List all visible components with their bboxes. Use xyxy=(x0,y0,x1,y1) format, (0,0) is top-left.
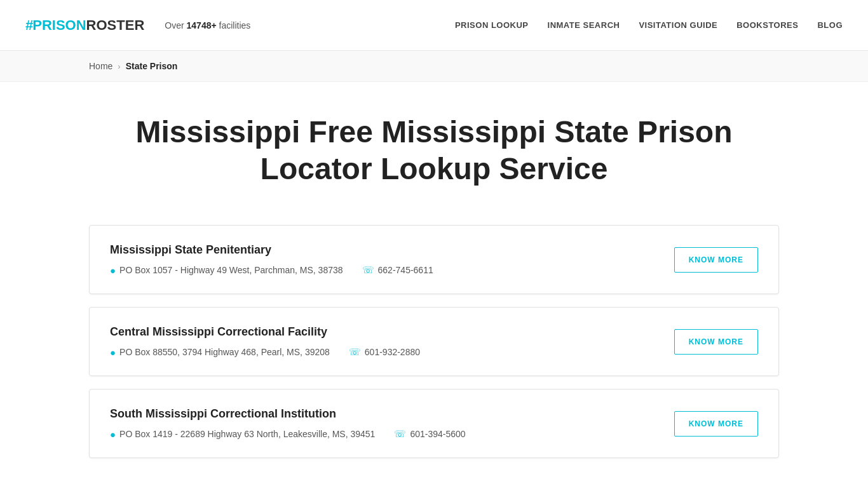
breadcrumb-current: State Prison xyxy=(126,61,178,71)
facilities-count: Over 14748+ facilities xyxy=(165,20,250,30)
facility-phone: ☏ 601-932-2880 xyxy=(349,346,420,358)
main-nav: PRISON LOOKUP INMATE SEARCH VISITATION G… xyxy=(455,20,843,30)
nav-inmate-search[interactable]: INMATE SEARCH xyxy=(548,20,620,30)
facility-address: ● PO Box 1057 - Highway 49 West, Parchma… xyxy=(110,265,343,276)
nav-visitation-guide[interactable]: VISITATION GUIDE xyxy=(639,20,717,30)
breadcrumb: Home › State Prison xyxy=(0,51,868,82)
facility-card: Central Mississippi Correctional Facilit… xyxy=(89,307,779,376)
facility-name: Central Mississippi Correctional Facilit… xyxy=(110,325,655,339)
nav-prison-lookup[interactable]: PRISON LOOKUP xyxy=(455,20,529,30)
phone-icon: ☏ xyxy=(394,428,406,440)
site-logo[interactable]: #PRISONROSTER xyxy=(25,17,144,34)
logo-roster: ROSTER xyxy=(86,17,145,34)
know-more-button[interactable]: KNOW MORE xyxy=(674,411,758,437)
facility-address: ● PO Box 88550, 3794 Highway 468, Pearl,… xyxy=(110,347,330,358)
facility-address: ● PO Box 1419 - 22689 Highway 63 North, … xyxy=(110,429,375,440)
facility-card: South Mississippi Correctional Instituti… xyxy=(89,389,779,458)
location-icon: ● xyxy=(110,347,116,358)
location-icon: ● xyxy=(110,265,116,276)
location-icon: ● xyxy=(110,429,116,440)
facility-info: Mississippi State Penitentiary ● PO Box … xyxy=(110,243,655,276)
main-content: Mississippi Free Mississippi State Priso… xyxy=(0,82,868,488)
facility-details: ● PO Box 88550, 3794 Highway 468, Pearl,… xyxy=(110,346,655,358)
facility-details: ● PO Box 1419 - 22689 Highway 63 North, … xyxy=(110,428,655,440)
know-more-button[interactable]: KNOW MORE xyxy=(674,247,758,273)
facility-name: South Mississippi Correctional Instituti… xyxy=(110,407,655,421)
facility-name: Mississippi State Penitentiary xyxy=(110,243,655,257)
facility-info: Central Mississippi Correctional Facilit… xyxy=(110,325,655,358)
facility-card: Mississippi State Penitentiary ● PO Box … xyxy=(89,225,779,294)
logo-hash: # xyxy=(25,17,32,34)
phone-icon: ☏ xyxy=(349,346,361,358)
facility-phone: ☏ 662-745-6611 xyxy=(362,264,433,276)
nav-blog[interactable]: BLOG xyxy=(817,20,843,30)
nav-bookstores[interactable]: BOOKSTORES xyxy=(736,20,798,30)
site-header: #PRISONROSTER Over 14748+ facilities PRI… xyxy=(0,0,868,51)
breadcrumb-home[interactable]: Home xyxy=(89,61,112,71)
facility-phone: ☏ 601-394-5600 xyxy=(394,428,465,440)
logo-prison: PRISON xyxy=(32,17,86,34)
facility-details: ● PO Box 1057 - Highway 49 West, Parchma… xyxy=(110,264,655,276)
facility-info: South Mississippi Correctional Instituti… xyxy=(110,407,655,440)
page-title: Mississippi Free Mississippi State Priso… xyxy=(89,101,779,200)
know-more-button[interactable]: KNOW MORE xyxy=(674,329,758,355)
phone-icon: ☏ xyxy=(362,264,374,276)
breadcrumb-separator: › xyxy=(118,62,120,71)
